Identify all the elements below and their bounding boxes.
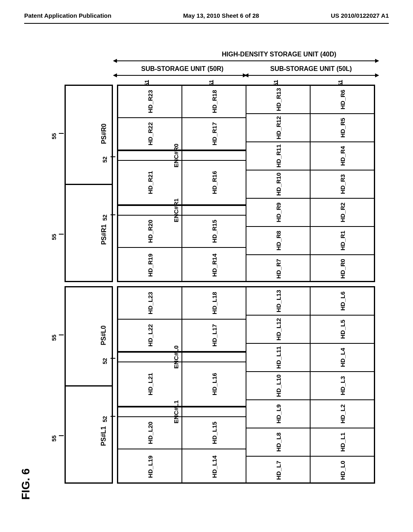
- cell-l16: HD_L16: [182, 362, 246, 407]
- drive-r23: HD_R23: [146, 90, 153, 113]
- cell-r14: HD_R14: [182, 248, 246, 282]
- drive-r6: HD_R6: [339, 89, 346, 109]
- enc-l0-c1: [118, 352, 181, 362]
- drive-r5: HD_R5: [339, 118, 346, 137]
- drive-r13: HD_R13: [275, 88, 282, 111]
- ps-r1-label: PS#R1: [100, 224, 108, 245]
- page-header: Patent Application Publication May 13, 2…: [0, 0, 413, 23]
- cell-l15: HD_L15: [182, 417, 246, 449]
- enc-l1-c2: ENC#L1: [182, 407, 246, 417]
- drive-l20: HD_L20: [146, 422, 153, 444]
- cell-l8: HD_L8: [246, 428, 310, 457]
- arrow-sub-r: [117, 75, 244, 76]
- cell-r23: HD_R23: [118, 86, 181, 118]
- ref-55-r0: 55: [51, 133, 57, 139]
- arrow-top: [117, 60, 375, 61]
- drive-l15: HD_L15: [211, 422, 217, 444]
- drive-r15: HD_R15: [211, 220, 217, 243]
- tick-51-c4: [342, 80, 342, 85]
- arrow-sub-l-l: [244, 73, 248, 77]
- cell-r10: HD_R10: [246, 170, 310, 199]
- drive-l10: HD_L10: [275, 374, 282, 397]
- drive-grid-l: HD_L23 HD_L22 HD_L21 HD_L20 HD_L19 HD_L1…: [117, 286, 375, 484]
- drive-l6: HD_L6: [339, 291, 346, 311]
- cell-r3: HD_R3: [311, 170, 374, 199]
- ps-l-divider: [66, 385, 112, 387]
- drive-r2: HD_R2: [339, 202, 346, 222]
- ref-51-c1: 51: [144, 80, 150, 86]
- enc-r1-c2: ENC#R1: [182, 205, 246, 216]
- ref-55-l0: 55: [51, 335, 57, 341]
- sub-right-title: SUB-STORAGE UNIT (50L): [270, 65, 352, 73]
- ref-52-l0: 52: [102, 358, 108, 364]
- cell-r12: HD_R12: [246, 114, 310, 142]
- cell-r11: HD_R11: [246, 142, 310, 170]
- cell-r8: HD_R8: [246, 227, 310, 255]
- col-r1: HD_R23 HD_R22 HD_R21 HD_R20 HD_R19: [118, 86, 182, 281]
- cell-l7: HD_L7: [246, 457, 310, 484]
- col-l4: HD_L6 HD_L5 HD_L4 HD_L3 HD_L2 HD_L1 HD_L…: [311, 287, 374, 482]
- ps-l1-label: PS#L1: [100, 426, 107, 446]
- tick-51-c3: [277, 80, 278, 85]
- drive-l5: HD_L5: [339, 320, 346, 339]
- drive-r8: HD_R8: [275, 231, 282, 250]
- figure-label: FIG. 6: [19, 468, 32, 500]
- cell-r5: HD_R5: [311, 114, 374, 142]
- drive-r17: HD_R17: [211, 122, 217, 145]
- drive-l9: HD_L9: [275, 404, 282, 424]
- arrow-sub-l-r: [375, 73, 379, 77]
- cell-l2: HD_L2: [311, 400, 374, 428]
- diagram: HIGH-DENSITY STORAGE UNIT (40D) SUB-STOR…: [52, 52, 383, 492]
- drive-l0: HD_L0: [339, 461, 346, 480]
- cell-l19: HD_L19: [118, 449, 181, 484]
- col-l2: HD_L18 HD_L17 ENC#L0 HD_L16 ENC#L1 HD_L1…: [182, 287, 246, 482]
- tick-52-l1: [111, 416, 115, 417]
- cell-r1: HD_R1: [311, 227, 374, 255]
- tick-52-r1: [111, 214, 115, 215]
- cell-l6: HD_L6: [311, 287, 374, 316]
- cell-r9: HD_R9: [246, 199, 310, 227]
- drive-l21: HD_L21: [146, 373, 153, 395]
- drive-l7: HD_L7: [275, 461, 282, 480]
- ref-51-c3: 51: [273, 80, 279, 86]
- drive-l17: HD_L17: [211, 324, 217, 347]
- cell-r15: HD_R15: [182, 216, 246, 248]
- ps-col-r: PS#R0 PS#R1: [65, 85, 113, 282]
- top-title: HIGH-DENSITY STORAGE UNIT (40D): [222, 51, 336, 58]
- col-r2: HD_R18 HD_R17 ENC#R0 HD_R16 ENC#R1 HD_R1…: [182, 86, 246, 281]
- cell-r20: HD_R20: [118, 216, 181, 248]
- cell-r0: HD_R0: [311, 255, 374, 282]
- drive-l2: HD_L2: [339, 404, 346, 424]
- tick-55-r0: [59, 133, 64, 134]
- cell-r18: HD_R18: [182, 86, 246, 118]
- drive-l23: HD_L23: [146, 292, 153, 314]
- drive-r20: HD_R20: [146, 220, 153, 243]
- drive-l4: HD_L4: [339, 348, 346, 367]
- header-rule: [24, 23, 389, 24]
- cell-l11: HD_L11: [246, 344, 310, 372]
- cell-l1: HD_L1: [311, 428, 374, 457]
- enc-r1-label: ENC#R1: [173, 198, 179, 222]
- enc-r0-c2: ENC#R0: [182, 150, 246, 161]
- cell-l9: HD_L9: [246, 400, 310, 428]
- figure: FIG. 6 HIGH-DENSITY STORAGE UNIT (40D) S…: [28, 52, 383, 504]
- drive-r18: HD_R18: [211, 90, 217, 113]
- tick-52-l0: [111, 358, 115, 359]
- ref-55-r1: 55: [51, 234, 57, 240]
- enc-l0-label: ENC#L0: [173, 345, 179, 369]
- ref-51-c2: 51: [208, 80, 215, 86]
- arrow-top-right: [375, 59, 379, 63]
- cell-r21: HD_R21: [118, 161, 181, 205]
- mid-gap: [117, 282, 375, 286]
- header-left: Patent Application Publication: [24, 12, 111, 19]
- sub-left-title: SUB-STORAGE UNIT (50R): [141, 65, 223, 73]
- enc-r1-c1: [118, 205, 181, 216]
- drive-r3: HD_R3: [339, 174, 346, 194]
- cell-r7: HD_R7: [246, 255, 310, 282]
- drive-r9: HD_R9: [275, 202, 282, 222]
- drive-r7: HD_R7: [275, 259, 282, 278]
- tick-55-l1: [59, 435, 64, 436]
- drive-r10: HD_R10: [275, 172, 282, 196]
- col-l1: HD_L23 HD_L22 HD_L21 HD_L20 HD_L19: [118, 287, 182, 482]
- cell-r6: HD_R6: [311, 86, 374, 114]
